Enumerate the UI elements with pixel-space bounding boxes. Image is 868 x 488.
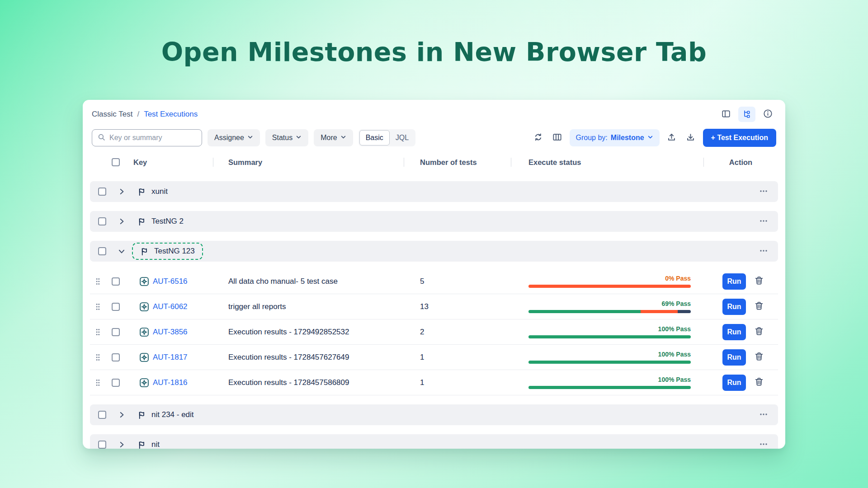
- milestone-name: xunit: [151, 187, 168, 196]
- test-execution-key-link[interactable]: AUT-3856: [153, 328, 188, 337]
- delete-button[interactable]: [753, 300, 765, 313]
- search-input[interactable]: [109, 134, 196, 142]
- test-execution-row: AUT-6062 trigger all reports 13 69% Pass…: [90, 294, 778, 319]
- select-row-checkbox[interactable]: [112, 277, 120, 286]
- test-execution-icon: [140, 353, 149, 362]
- tree-view-button[interactable]: [738, 107, 755, 122]
- expand-chevron-icon[interactable]: [118, 441, 126, 449]
- select-row-checkbox[interactable]: [112, 353, 120, 361]
- execution-progress-bar: [528, 335, 691, 338]
- import-button[interactable]: [684, 130, 698, 145]
- test-execution-icon: [140, 302, 149, 311]
- execution-progress-bar: [528, 361, 691, 364]
- delete-button[interactable]: [753, 376, 765, 389]
- action-cell: Run: [703, 345, 778, 370]
- group-more-button[interactable]: [757, 215, 770, 229]
- test-execution-key-link[interactable]: AUT-6516: [153, 277, 188, 286]
- select-group-checkbox[interactable]: [98, 217, 106, 225]
- drag-handle-icon[interactable]: [95, 302, 100, 311]
- select-row-checkbox[interactable]: [112, 303, 120, 311]
- progress-segment: [528, 285, 691, 288]
- query-mode-toggle: Basic JQL: [359, 129, 415, 146]
- tree-view-icon: [742, 109, 751, 120]
- run-button[interactable]: Run: [722, 349, 746, 366]
- page-title: Open Milestones in New Browser Tab: [0, 37, 868, 67]
- breadcrumb-test-executions-link[interactable]: Test Executions: [144, 110, 198, 119]
- column-header-key: Key: [90, 152, 213, 172]
- summary-cell: Execution results - 1729492852532: [213, 319, 404, 344]
- split-view-button[interactable]: [717, 107, 735, 122]
- select-row-checkbox[interactable]: [112, 379, 120, 387]
- execute-status-cell: 100% Pass: [511, 370, 703, 395]
- milestone-group-row-nit-234-edit: nit 234 - edit: [90, 404, 778, 425]
- drag-handle-icon[interactable]: [95, 277, 100, 286]
- milestone-flag-icon: [137, 188, 146, 196]
- drag-handle-icon[interactable]: [95, 353, 100, 362]
- select-group-checkbox[interactable]: [98, 188, 106, 196]
- milestone-flag-icon: [137, 411, 146, 419]
- run-button[interactable]: Run: [722, 375, 746, 391]
- drag-handle-icon[interactable]: [95, 328, 100, 337]
- refresh-button[interactable]: [532, 130, 545, 145]
- delete-button[interactable]: [753, 325, 765, 338]
- summary-cell: Execution results - 1728457627649: [213, 345, 404, 370]
- select-group-checkbox[interactable]: [98, 247, 106, 255]
- column-header-number-of-tests: Number of tests: [404, 152, 511, 172]
- group-by-button[interactable]: Group by: Milestone: [570, 129, 660, 146]
- run-button[interactable]: Run: [722, 324, 746, 340]
- breadcrumb-project[interactable]: Classic Test: [92, 110, 132, 119]
- export-button[interactable]: [665, 130, 679, 145]
- more-filter-label: More: [321, 134, 337, 142]
- tests-count-cell: 13: [404, 294, 511, 319]
- basic-mode-button[interactable]: Basic: [359, 130, 390, 145]
- summary-cell: Execution results - 1728457586809: [213, 370, 404, 395]
- progress-segment: [528, 361, 691, 364]
- status-filter-button[interactable]: Status: [265, 129, 308, 146]
- select-all-checkbox[interactable]: [112, 158, 120, 166]
- expand-chevron-icon[interactable]: [118, 188, 126, 196]
- progress-segment: [528, 386, 691, 389]
- trash-icon: [754, 377, 764, 388]
- test-execution-key-link[interactable]: AUT-1816: [153, 378, 188, 387]
- test-execution-key-link[interactable]: AUT-1817: [153, 353, 188, 362]
- table-header: Key Summary Number of tests Execute stat…: [90, 152, 778, 172]
- execute-status-cell: 69% Pass: [511, 294, 703, 319]
- collapse-chevron-icon[interactable]: [118, 247, 126, 255]
- jql-mode-button[interactable]: JQL: [390, 130, 415, 145]
- action-cell: Run: [703, 370, 778, 395]
- delete-button[interactable]: [753, 275, 765, 288]
- select-group-checkbox[interactable]: [98, 411, 106, 419]
- columns-button[interactable]: [551, 130, 564, 145]
- more-filter-button[interactable]: More: [314, 129, 353, 146]
- execution-progress-bar: [528, 386, 691, 389]
- milestone-name[interactable]: TestNG 123: [154, 247, 195, 256]
- milestone-flag-icon: [140, 247, 149, 256]
- run-button[interactable]: Run: [722, 299, 746, 315]
- group-more-button[interactable]: [757, 185, 770, 199]
- breadcrumb: Classic Test / Test Executions: [92, 110, 198, 119]
- milestone-name: TestNG 2: [151, 217, 184, 226]
- run-button[interactable]: Run: [722, 273, 746, 290]
- more-dots-icon: [759, 440, 768, 449]
- assignee-filter-button[interactable]: Assignee: [208, 129, 260, 146]
- execution-progress-bar: [528, 310, 691, 313]
- execution-progress-bar: [528, 285, 691, 288]
- group-more-button[interactable]: [757, 438, 770, 449]
- drag-handle-icon[interactable]: [95, 378, 100, 387]
- select-group-checkbox[interactable]: [98, 441, 106, 449]
- pass-percentage-label: 100% Pass: [528, 376, 691, 383]
- column-header-action: Action: [703, 152, 778, 172]
- select-row-checkbox[interactable]: [112, 328, 120, 336]
- test-execution-key-link[interactable]: AUT-6062: [153, 302, 188, 311]
- pass-percentage-label: 100% Pass: [528, 351, 691, 358]
- status-filter-label: Status: [272, 134, 292, 142]
- split-view-icon: [722, 109, 731, 120]
- delete-button[interactable]: [753, 351, 765, 364]
- expand-chevron-icon[interactable]: [118, 411, 126, 419]
- test-execution-row: AUT-6516 All data cho manual- 5 test cas…: [90, 269, 778, 294]
- group-more-button[interactable]: [757, 244, 770, 258]
- info-button[interactable]: [759, 107, 776, 122]
- new-test-execution-button[interactable]: + Test Execution: [703, 129, 776, 147]
- expand-chevron-icon[interactable]: [118, 217, 126, 225]
- group-more-button[interactable]: [757, 408, 770, 422]
